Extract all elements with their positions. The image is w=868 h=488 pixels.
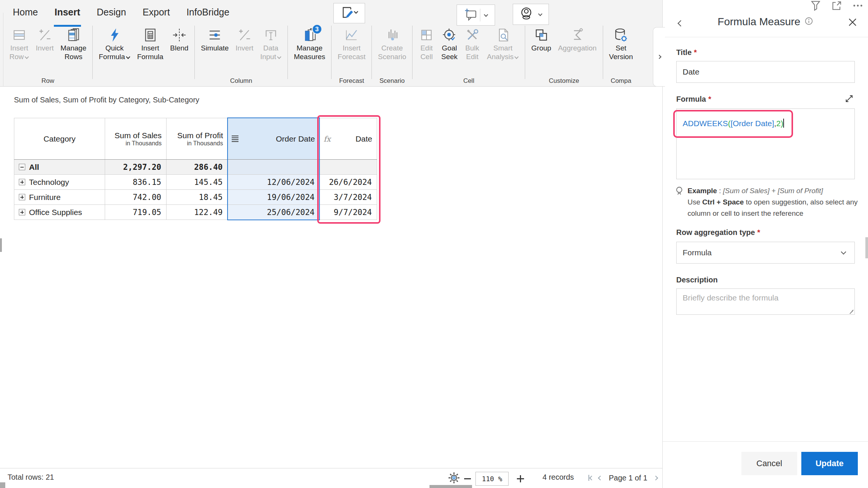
add-comment-button[interactable] xyxy=(457,5,495,26)
formula-editor[interactable]: ADDWEEKS([Order Date],2) xyxy=(676,108,855,179)
invert-column-button: Invert xyxy=(232,24,257,52)
formula-fx-icon: fx xyxy=(324,134,331,143)
vertical-scrollbar-thumb[interactable] xyxy=(0,238,2,252)
cell-category[interactable]: Technology xyxy=(14,175,105,190)
expand-toggle-icon[interactable] xyxy=(19,209,25,215)
tab-home[interactable]: Home xyxy=(13,7,38,21)
cell-date[interactable]: 9/7/2024 xyxy=(320,205,377,220)
tab-export[interactable]: Export xyxy=(143,7,170,21)
column-header-order-date[interactable]: Order Date xyxy=(228,118,320,160)
manage-rows-icon xyxy=(66,27,81,43)
settings-gear-icon[interactable] xyxy=(448,471,460,486)
horizontal-scrollbar-thumb[interactable] xyxy=(429,485,472,488)
first-page-button[interactable] xyxy=(588,475,593,481)
data-input-button: Data Input xyxy=(257,24,285,61)
cell-profit[interactable]: 18.45 xyxy=(167,190,228,205)
cell-category[interactable]: Office Supplies xyxy=(14,205,105,220)
tab-insert[interactable]: Insert xyxy=(55,7,80,21)
expand-toggle-icon[interactable] xyxy=(19,194,25,200)
simulate-button[interactable]: Simulate xyxy=(197,24,232,52)
chevron-down-icon[interactable] xyxy=(484,12,488,17)
edit-cell-icon xyxy=(419,27,434,43)
insert-formula-button[interactable]: Insert Formula xyxy=(134,24,167,61)
zoom-level-input[interactable]: 110 % xyxy=(475,472,509,486)
close-icon[interactable] xyxy=(848,17,857,29)
panel-scrollbar-thumb[interactable] xyxy=(865,237,868,258)
group-divider xyxy=(331,26,332,79)
expand-formula-icon[interactable] xyxy=(845,94,854,105)
filter-icon[interactable] xyxy=(810,0,821,13)
account-menu-button[interactable] xyxy=(513,4,549,25)
panel-footer-divider xyxy=(663,441,868,442)
cell-category[interactable]: Furniture xyxy=(14,190,105,205)
zoom-out-button[interactable] xyxy=(464,478,471,479)
set-version-button[interactable]: Set Version xyxy=(606,24,636,61)
cell-order-date[interactable]: 19/06/2024 xyxy=(228,190,320,205)
cell-order-date[interactable]: 12/06/2024 xyxy=(228,175,320,190)
column-header-sales[interactable]: Sum of Sales in Thousands xyxy=(105,118,167,160)
cell-order-date[interactable]: 25/06/2024 xyxy=(228,205,320,220)
quick-formula-button[interactable]: Quick Formula xyxy=(95,24,134,61)
cell-sales[interactable]: 2,297.20 xyxy=(105,160,167,175)
database-gear-icon xyxy=(613,27,629,43)
collapse-toggle-icon[interactable] xyxy=(19,164,25,170)
data-input-icon xyxy=(263,27,279,43)
insert-row-icon xyxy=(11,27,27,43)
hamburger-icon[interactable] xyxy=(232,136,238,142)
group-squares-icon xyxy=(533,27,549,43)
tab-infobridge[interactable]: InfoBridge xyxy=(186,7,229,21)
group-label-scenario: Scenario xyxy=(374,77,410,87)
chevron-down-icon xyxy=(515,55,519,59)
total-rows-label: Total rows: 21 xyxy=(8,473,54,482)
group-label-compare: Compa xyxy=(606,77,636,87)
expand-toggle-icon[interactable] xyxy=(19,179,25,185)
edit-view-button[interactable] xyxy=(333,3,365,23)
info-icon[interactable] xyxy=(805,17,813,27)
manage-measures-button[interactable]: 3 Manage Measures xyxy=(290,24,329,61)
column-header-category[interactable]: Category xyxy=(14,118,105,160)
cell-date[interactable] xyxy=(320,160,377,175)
ribbon-expand-tab[interactable] xyxy=(653,27,665,87)
cell-date[interactable]: 26/6/2024 xyxy=(320,175,377,190)
cell-date[interactable]: 3/7/2024 xyxy=(320,190,377,205)
table-row-office-supplies: Office Supplies 719.05 122.49 25/06/2024… xyxy=(14,205,377,220)
ribbon: Insert Row Invert Manage Rows Row xyxy=(5,24,662,87)
column-header-date[interactable]: fx Date xyxy=(320,118,377,160)
prev-page-button[interactable] xyxy=(599,476,602,480)
goal-seek-icon xyxy=(442,27,457,43)
cell-profit[interactable]: 286.40 xyxy=(167,160,228,175)
maximize-icon[interactable] xyxy=(831,0,842,13)
goal-seek-button[interactable]: Goal Seek xyxy=(438,24,461,61)
chevron-right-icon xyxy=(657,55,661,59)
cell-category[interactable]: All xyxy=(14,160,105,175)
cell-profit[interactable]: 145.45 xyxy=(167,175,228,190)
cancel-button[interactable]: Cancel xyxy=(741,452,797,475)
column-header-profit[interactable]: Sum of Profit in Thousands xyxy=(167,118,228,160)
group-button[interactable]: Group xyxy=(528,24,555,52)
description-input[interactable] xyxy=(676,288,855,315)
row-aggregation-select[interactable]: Formula xyxy=(676,242,855,264)
cell-order-date[interactable] xyxy=(228,160,320,175)
cell-sales[interactable]: 719.05 xyxy=(105,205,167,220)
cell-sales[interactable]: 742.00 xyxy=(105,190,167,205)
next-page-button[interactable] xyxy=(654,476,657,480)
group-label-cell: Cell xyxy=(415,77,522,87)
tab-design[interactable]: Design xyxy=(97,7,126,21)
ribbon-group-column: Simulate Invert Data Input Column xyxy=(197,24,286,87)
cell-sales[interactable]: 836.15 xyxy=(105,175,167,190)
update-button[interactable]: Update xyxy=(801,452,858,475)
manage-rows-button[interactable]: Manage Rows xyxy=(57,24,90,61)
text-caret xyxy=(783,119,784,128)
aggregation-field-label: Row aggregation type* xyxy=(676,228,760,237)
lightning-icon xyxy=(107,27,122,43)
title-input[interactable] xyxy=(676,61,855,83)
scenario-bars-icon xyxy=(384,27,400,43)
cell-profit[interactable]: 122.49 xyxy=(167,205,228,220)
more-options-icon[interactable] xyxy=(852,0,863,13)
ribbon-group-scenario: Create Scenario Scenario xyxy=(374,24,410,87)
table-row-furniture: Furniture 742.00 18.45 19/06/2024 3/7/20… xyxy=(14,190,377,205)
invert-icon xyxy=(237,27,252,43)
group-divider xyxy=(287,26,288,79)
blend-button[interactable]: Blend xyxy=(167,24,192,52)
zoom-in-button[interactable] xyxy=(517,475,524,482)
